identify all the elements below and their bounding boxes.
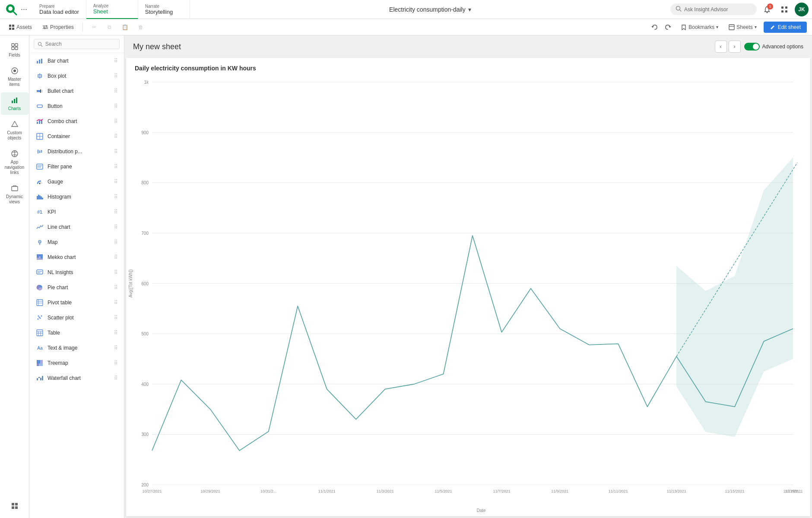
- chart-item-bar-chart[interactable]: Bar chart ⠿: [31, 54, 122, 68]
- nav-analyze[interactable]: Analyze Sheet: [86, 0, 138, 19]
- chart-item-waterfall-chart[interactable]: Waterfall chart ⠿: [31, 371, 122, 385]
- chart-item-combo-chart[interactable]: Combo chart ⠿: [31, 114, 122, 129]
- charts-search-wrapper[interactable]: [34, 39, 120, 49]
- svg-rect-37: [15, 503, 18, 505]
- sidebar-bottom: [8, 499, 22, 518]
- redo-button[interactable]: [662, 21, 674, 33]
- drag-handle-icon[interactable]: ⠿: [114, 360, 118, 366]
- svg-point-94: [41, 316, 42, 317]
- user-avatar[interactable]: JK: [795, 3, 809, 16]
- svg-rect-24: [15, 44, 18, 46]
- svg-text:#1: #1: [37, 209, 42, 215]
- drag-handle-icon[interactable]: ⠿: [114, 284, 118, 291]
- sidebar-item-dynamic-views[interactable]: Dynamic views: [1, 180, 29, 208]
- copy-button[interactable]: ⧉: [104, 21, 116, 33]
- drag-handle-icon[interactable]: ⠿: [114, 269, 118, 275]
- chart-item-box-plot[interactable]: Box plot ⠿: [31, 69, 122, 83]
- svg-rect-81: [39, 256, 41, 260]
- chart-item-kpi[interactable]: #1 KPI ⠿: [31, 205, 122, 219]
- assets-tab[interactable]: Assets: [5, 22, 35, 32]
- svg-point-62: [39, 151, 41, 152]
- chart-item-histogram[interactable]: Histogram ⠿: [31, 190, 122, 204]
- svg-point-59: [38, 151, 39, 152]
- svg-text:400: 400: [141, 382, 149, 387]
- chart-item-pivot-table[interactable]: Pivot table ⠿: [31, 295, 122, 310]
- drag-handle-icon[interactable]: ⠿: [114, 88, 118, 94]
- svg-text:10/31/2...: 10/31/2...: [260, 489, 277, 493]
- drag-handle-icon[interactable]: ⠿: [114, 300, 118, 306]
- drag-handle-icon[interactable]: ⠿: [114, 179, 118, 185]
- chart-item-distribution-p[interactable]: Distribution p... ⠿: [31, 144, 122, 159]
- drag-handle-icon[interactable]: ⠿: [114, 239, 118, 245]
- sidebar-item-app-navigation[interactable]: App navigation links: [1, 146, 29, 179]
- chart-item-line-chart[interactable]: Line chart ⠿: [31, 220, 122, 234]
- undo-button[interactable]: [649, 21, 661, 33]
- app-title[interactable]: Electricity consumption-daily ▾: [389, 6, 471, 13]
- advanced-options-toggle[interactable]: Advanced options: [744, 43, 803, 51]
- sidebar-item-charts[interactable]: Charts: [1, 92, 29, 115]
- chart-item-bullet-chart[interactable]: Bullet chart ⠿: [31, 84, 122, 98]
- chart-item-pie-chart[interactable]: Pie chart ⠿: [31, 280, 122, 295]
- charts-search-input[interactable]: [45, 41, 116, 47]
- sheet-next-button[interactable]: ›: [729, 41, 741, 53]
- edit-sheet-button[interactable]: Edit sheet: [764, 22, 807, 33]
- drag-handle-icon[interactable]: ⠿: [114, 58, 118, 64]
- sidebar-item-master-items[interactable]: Master items: [1, 63, 29, 91]
- paste-button[interactable]: 📋: [119, 21, 131, 33]
- notifications-button[interactable]: 5: [760, 3, 774, 16]
- drag-handle-icon[interactable]: ⠿: [114, 315, 118, 321]
- drag-handle-icon[interactable]: ⠿: [114, 254, 118, 260]
- drag-handle-icon[interactable]: ⠿: [114, 330, 118, 336]
- toolbar-divider-1: [82, 23, 83, 32]
- chart-item-mekko-chart[interactable]: Mekko chart ⠿: [31, 250, 122, 265]
- drag-handle-icon[interactable]: ⠿: [114, 224, 118, 230]
- sheet-header: My new sheet ‹ › Advanced options: [124, 35, 812, 56]
- sidebar-bottom-grid-button[interactable]: [8, 499, 22, 513]
- chart-item-table[interactable]: Table ⠿: [31, 325, 122, 340]
- nav-narrate[interactable]: Narrate Storytelling: [138, 0, 190, 19]
- bookmarks-button[interactable]: Bookmarks ▾: [677, 22, 722, 32]
- sidebar-item-custom-objects[interactable]: Custom objects: [1, 117, 29, 144]
- chart-item-nl-insights[interactable]: NL Insights ⠿: [31, 265, 122, 280]
- drag-handle-icon[interactable]: ⠿: [114, 194, 118, 200]
- drag-handle-icon[interactable]: ⠿: [114, 103, 118, 109]
- chart-item-gauge[interactable]: Gauge ⠿: [31, 174, 122, 189]
- chart-item-container[interactable]: Container ⠿: [31, 129, 122, 144]
- sheets-button[interactable]: Sheets ▾: [725, 22, 760, 32]
- chart-item-text-image[interactable]: Aa Text & image ⠿: [31, 341, 122, 355]
- svg-marker-32: [12, 121, 18, 126]
- main-content: Fields Master items Charts Custom object…: [0, 35, 812, 518]
- drag-handle-icon[interactable]: ⠿: [114, 209, 118, 215]
- svg-rect-102: [37, 360, 40, 363]
- drag-handle-icon[interactable]: ⠿: [114, 73, 118, 79]
- chart-item-map[interactable]: Map ⠿: [31, 235, 122, 250]
- insight-advisor-search[interactable]: Ask Insight Advisor: [670, 3, 757, 15]
- drag-handle-icon[interactable]: ⠿: [114, 148, 118, 155]
- svg-rect-79: [37, 258, 39, 260]
- nav-prepare[interactable]: Prepare Data load editor: [32, 0, 86, 19]
- chart-title-area: Daily electricity consumption in KW hour…: [126, 58, 810, 73]
- apps-grid-button[interactable]: [777, 3, 791, 16]
- drag-handle-icon[interactable]: ⠿: [114, 164, 118, 170]
- menu-dots[interactable]: ···: [21, 5, 27, 14]
- svg-rect-72: [39, 196, 41, 199]
- drag-handle-icon[interactable]: ⠿: [114, 375, 118, 381]
- properties-tab[interactable]: Properties: [39, 22, 77, 32]
- svg-text:300: 300: [141, 432, 149, 437]
- svg-rect-103: [40, 360, 43, 363]
- sheet-prev-button[interactable]: ‹: [715, 41, 727, 53]
- advanced-options-toggle-switch[interactable]: [744, 43, 760, 51]
- cut-button[interactable]: ✂: [88, 21, 100, 33]
- delete-button[interactable]: 🗑: [135, 21, 147, 33]
- qlik-logo[interactable]: [3, 2, 19, 17]
- svg-rect-83: [41, 259, 43, 260]
- sidebar-item-fields[interactable]: Fields: [1, 39, 29, 61]
- sheets-chevron-icon: ▾: [755, 25, 757, 29]
- chart-item-button[interactable]: Button ⠿: [31, 99, 122, 114]
- chart-item-scatter-plot[interactable]: Scatter plot ⠿: [31, 310, 122, 325]
- chart-item-treemap[interactable]: Treemap ⠿: [31, 356, 122, 370]
- drag-handle-icon[interactable]: ⠿: [114, 133, 118, 139]
- drag-handle-icon[interactable]: ⠿: [114, 118, 118, 124]
- drag-handle-icon[interactable]: ⠿: [114, 345, 118, 351]
- chart-item-filter-pane[interactable]: Filter pane ⠿: [31, 159, 122, 174]
